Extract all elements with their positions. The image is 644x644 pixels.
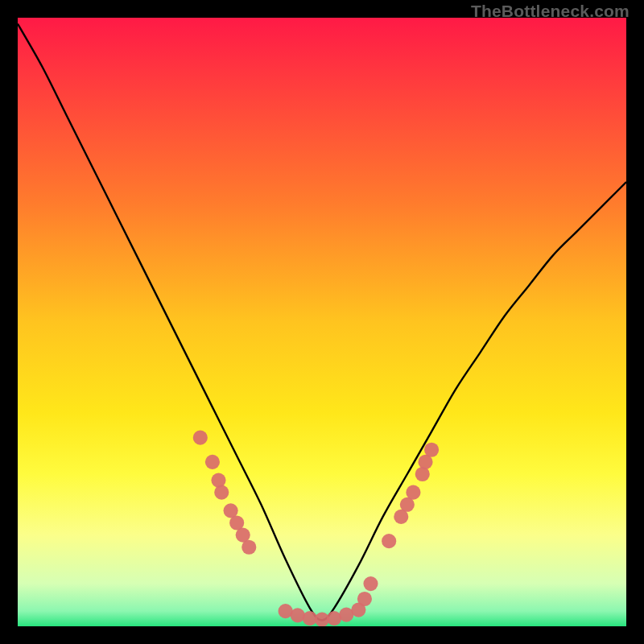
- fit-marker: [214, 485, 229, 500]
- fit-marker: [424, 443, 439, 457]
- fit-marker: [242, 540, 256, 555]
- fit-marker: [291, 608, 305, 622]
- fit-marker: [357, 592, 372, 606]
- watermark-text: TheBottleneck.com: [471, 2, 630, 21]
- fit-marker: [406, 485, 420, 500]
- plot-area: [18, 18, 626, 626]
- bottleneck-curve: [18, 24, 626, 621]
- fit-marker: [363, 576, 378, 591]
- curve-layer: [18, 18, 626, 626]
- fit-marker: [205, 455, 220, 469]
- fit-marker: [193, 431, 208, 445]
- fit-marker: [415, 467, 430, 481]
- fit-marker: [382, 534, 396, 548]
- fit-markers: [193, 431, 439, 626]
- chart-frame: TheBottleneck.com: [0, 0, 644, 644]
- fit-marker: [211, 473, 225, 487]
